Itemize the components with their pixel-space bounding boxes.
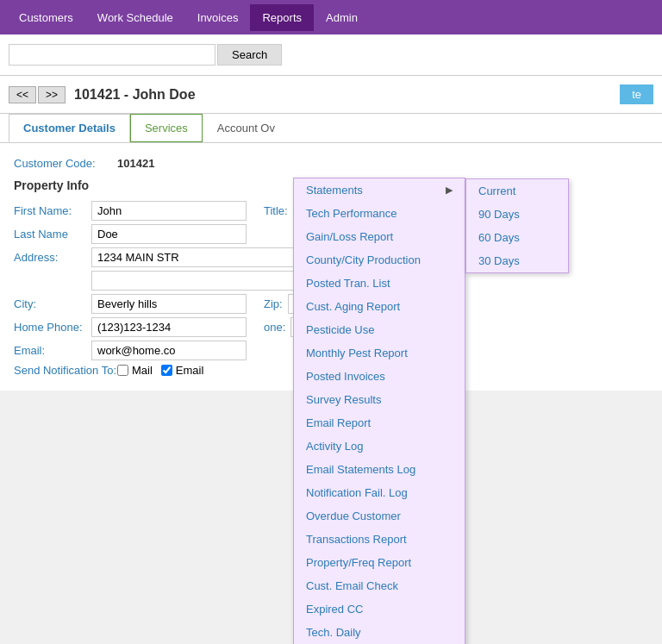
reports-item-survey-results[interactable]: Survey Results xyxy=(294,388,465,411)
submenu-current[interactable]: Current xyxy=(466,179,568,203)
tabs: Customer Details Services Account Ov xyxy=(0,114,662,143)
reports-item-statements[interactable]: Statements ▶ xyxy=(294,178,465,202)
reports-item-transactions-report[interactable]: Transactions Report xyxy=(294,528,465,551)
home-phone-label: Home Phone: xyxy=(14,321,91,334)
city-input[interactable] xyxy=(91,294,247,314)
reports-item-county-city[interactable]: County/City Production xyxy=(294,248,465,272)
mail-checkbox[interactable] xyxy=(117,365,128,376)
reports-item-overdue-customer[interactable]: Overdue Customer xyxy=(294,504,465,528)
customer-code-value: 101421 xyxy=(117,157,154,170)
zip-label: Zip: xyxy=(264,297,283,310)
nav-arrows: << >> xyxy=(9,86,66,103)
customer-bar: << >> 101421 - John Doe te xyxy=(0,76,662,114)
reports-item-cust-email-check[interactable]: Cust. Email Check xyxy=(294,574,465,597)
reports-dropdown: Statements ▶ Current 90 Days 60 Days 30 … xyxy=(293,178,465,644)
submenu-30-days[interactable]: 30 Days xyxy=(466,249,568,272)
tab-services[interactable]: Services xyxy=(130,114,203,142)
mail-checkbox-label: Mail xyxy=(117,364,153,377)
customer-title: 101421 - John Doe xyxy=(74,87,196,103)
reports-item-monthly-pest[interactable]: Monthly Pest Report xyxy=(294,341,465,365)
email-cb-label: Email xyxy=(176,364,204,377)
search-button[interactable]: Search xyxy=(217,44,282,66)
home-phone-input[interactable] xyxy=(91,317,247,337)
reports-item-property-freq[interactable]: Property/Freq Report xyxy=(294,551,465,574)
reports-item-posted-tran[interactable]: Posted Tran. List xyxy=(294,272,465,295)
email-checkbox[interactable] xyxy=(161,365,172,376)
statements-container: Statements ▶ Current 90 Days 60 Days 30 … xyxy=(294,178,465,202)
reports-item-pesticide-use[interactable]: Pesticide Use xyxy=(294,318,465,341)
reports-item-tech-daily[interactable]: Tech. Daily xyxy=(294,621,465,644)
nav-customers[interactable]: Customers xyxy=(7,4,85,31)
reports-item-email-statements-log[interactable]: Email Statements Log xyxy=(294,458,465,481)
top-nav: Customers Work Schedule Invoices Reports… xyxy=(0,0,662,34)
statements-label: Statements xyxy=(306,184,363,197)
reports-item-email-report[interactable]: Email Report xyxy=(294,411,465,435)
mail-label: Mail xyxy=(132,364,153,377)
reports-item-tech-performance[interactable]: Tech Performance xyxy=(294,202,465,225)
nav-reports[interactable]: Reports xyxy=(250,4,314,31)
reports-item-cust-aging[interactable]: Cust. Aging Report xyxy=(294,295,465,318)
send-notif-label: Send Notification To: xyxy=(14,364,117,377)
other-phone-label: one: xyxy=(264,321,285,334)
email-input[interactable] xyxy=(91,341,247,360)
statements-submenu: Current 90 Days 60 Days 30 Days xyxy=(465,178,569,273)
title-label: Title: xyxy=(264,204,288,217)
tab-account-ov[interactable]: Account Ov xyxy=(203,114,290,142)
reports-item-notification-fail[interactable]: Notification Fail. Log xyxy=(294,481,465,504)
nav-work-schedule[interactable]: Work Schedule xyxy=(85,4,185,31)
next-button[interactable]: >> xyxy=(38,86,66,103)
email-label: Email: xyxy=(14,344,91,357)
last-name-input[interactable] xyxy=(91,224,247,244)
city-label: City: xyxy=(14,297,91,310)
tab-customer-details[interactable]: Customer Details xyxy=(9,114,130,142)
email-checkbox-label: Email xyxy=(161,364,204,377)
reports-item-gain-loss[interactable]: Gain/Loss Report xyxy=(294,225,465,248)
last-name-label: Last Name xyxy=(14,228,91,241)
submenu-60-days[interactable]: 60 Days xyxy=(466,226,568,249)
nav-invoices[interactable]: Invoices xyxy=(185,4,251,31)
submenu-90-days[interactable]: 90 Days xyxy=(466,203,568,226)
first-name-input[interactable] xyxy=(91,201,247,221)
reports-item-activity-log[interactable]: Activity Log xyxy=(294,435,465,458)
customer-code-row: Customer Code: 101421 xyxy=(14,157,648,170)
main-content: Customer Code: 101421 Property Info Firs… xyxy=(0,143,662,391)
arrow-right-icon: ▶ xyxy=(446,184,453,196)
address-label: Address: xyxy=(14,251,91,264)
customer-code-label: Customer Code: xyxy=(14,157,117,170)
search-bar: Search xyxy=(0,34,662,76)
prev-button[interactable]: << xyxy=(9,86,36,103)
first-name-label: First Name: xyxy=(14,204,91,217)
nav-admin[interactable]: Admin xyxy=(314,4,370,31)
search-input[interactable] xyxy=(9,44,215,66)
reports-item-expired-cc[interactable]: Expired CC xyxy=(294,597,465,621)
edit-button[interactable]: te xyxy=(620,84,653,104)
reports-item-posted-invoices[interactable]: Posted Invoices xyxy=(294,365,465,388)
